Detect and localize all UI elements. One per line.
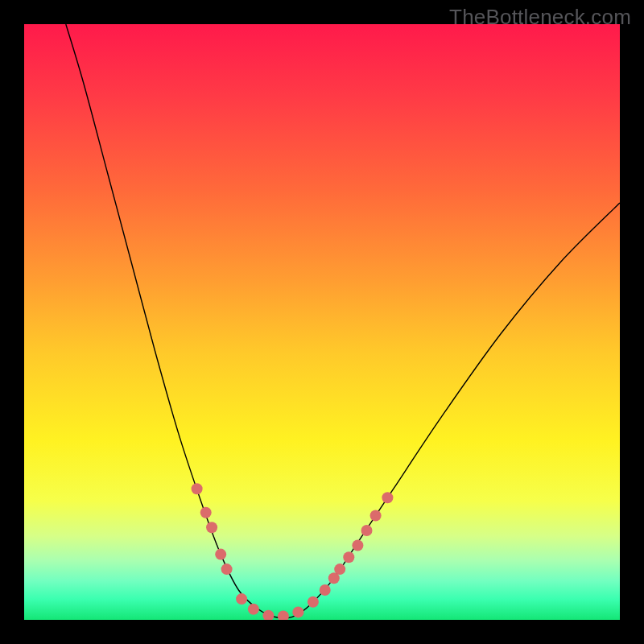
scatter-point xyxy=(352,540,363,551)
scatter-point xyxy=(308,597,319,608)
scatter-point xyxy=(320,584,331,596)
scatter-point xyxy=(361,525,373,536)
scatter-point xyxy=(334,564,345,575)
plot-area xyxy=(24,24,620,620)
chart-svg xyxy=(24,24,620,620)
scatter-point xyxy=(248,604,259,615)
scatter-point xyxy=(206,522,217,533)
chart-frame: TheBottleneck.com xyxy=(0,0,644,644)
scatter-point xyxy=(382,492,393,503)
scatter-point xyxy=(192,483,203,494)
scatter-point xyxy=(343,551,354,563)
scatter-point xyxy=(215,549,226,560)
scatter-point xyxy=(292,606,303,617)
scatter-point xyxy=(200,507,212,518)
gradient-background xyxy=(24,24,620,620)
scatter-point xyxy=(370,510,382,522)
watermark-text: TheBottleneck.com xyxy=(449,5,631,30)
scatter-point xyxy=(221,564,233,575)
scatter-point xyxy=(236,593,247,605)
